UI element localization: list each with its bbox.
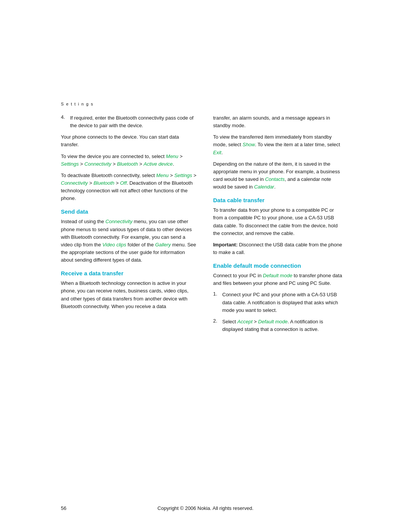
right-para2-exit: Exit (213, 150, 221, 155)
right-para3-calendar: Calendar (254, 184, 274, 190)
send-data-para: Instead of using the Connectivity menu, … (61, 218, 198, 264)
right-para2: To view the transferred item immediately… (213, 133, 342, 156)
para3-mid3: > (88, 180, 94, 186)
enable-item2-text: Select Accept > Default mode. A notifica… (222, 318, 342, 333)
para3-before: To deactivate Bluetooth connectivity, se… (61, 173, 156, 178)
copyright-text: Copyright © 2006 Nokia. All rights reser… (158, 505, 253, 511)
section-label: S e t t i n g s (61, 101, 350, 107)
enable-defaultmode: Default mode (263, 273, 292, 278)
para2-connectivity: Connectivity (84, 161, 112, 167)
send-videoclips: Video clips (102, 242, 126, 248)
item-4-num: 4. (61, 114, 68, 129)
content-area: S e t t i n g s 4. If required, enter th… (0, 0, 411, 337)
item-4-text: If required, enter the Bluetooth connect… (70, 114, 198, 129)
right-para3: Depending on the nature of the item, it … (213, 160, 342, 191)
data-cable-heading: Data cable transfer (213, 197, 342, 203)
left-column: 4. If required, enter the Bluetooth conn… (61, 114, 198, 337)
para3-bluetooth: Bluetooth (94, 180, 115, 186)
data-cable-important: Important: Disconnect the USB data cable… (213, 241, 342, 256)
para3-mid2: > (192, 173, 196, 178)
item2-defaultmode: Default mode (258, 319, 287, 324)
receive-para: When a Bluetooth technology connection i… (61, 280, 198, 310)
item2-accept: Accept (237, 319, 253, 324)
enable-item1-num: 1. (213, 291, 220, 314)
send-before: Instead of using the (61, 219, 105, 224)
enable-item-1: 1. Connect your PC and your phone with a… (213, 291, 342, 314)
send-connectivity: Connectivity (105, 219, 132, 224)
send-mid: folder of the (126, 242, 155, 248)
right-para2-end: . (221, 150, 223, 155)
two-column-layout: 4. If required, enter the Bluetooth conn… (61, 114, 350, 337)
right-para3-contacts: Contacts (265, 176, 285, 182)
right-para2-show: Show (242, 142, 255, 147)
para3-mid1: > (169, 173, 174, 178)
right-column: transfer, an alarm sounds, and a message… (213, 114, 342, 337)
para3-menu: Menu (156, 173, 169, 178)
page-number: 56 (61, 505, 66, 511)
item-4: 4. If required, enter the Bluetooth conn… (61, 114, 198, 129)
send-gallery: Gallery (155, 242, 171, 248)
para2-mid3: > (112, 161, 117, 167)
para3-settings: Settings (174, 173, 192, 178)
receive-heading: Receive a data transfer (61, 270, 198, 276)
item2-before: Select (222, 319, 237, 324)
footer: 56 Copyright © 2006 Nokia. All rights re… (0, 505, 411, 511)
enable-item1-text: Connect your PC and your phone with a CA… (222, 291, 342, 314)
para3-off: Off (120, 180, 126, 186)
item2-mid: > (253, 319, 258, 324)
enable-item-2: 2. Select Accept > Default mode. A notif… (213, 318, 342, 333)
para2-dot: . (173, 161, 174, 167)
para2-bluetooth: Bluetooth (117, 161, 138, 167)
page: S e t t i n g s 4. If required, enter th… (0, 0, 411, 532)
right-para2-mid: . To view the item at a later time, sele… (255, 142, 340, 147)
para-view-device: To view the device you are connected to,… (61, 153, 198, 168)
para-deactivate: To deactivate Bluetooth connectivity, se… (61, 172, 198, 203)
para-connects: Your phone connects to the device. You c… (61, 133, 198, 149)
para2-active: Active device (143, 161, 173, 167)
main-content: S e t t i n g s 4. If required, enter th… (61, 101, 350, 337)
right-para1: transfer, an alarm sounds, and a message… (213, 114, 342, 129)
para2-menu: Menu (166, 153, 178, 159)
para2-settings: Settings (61, 161, 79, 167)
para2-mid1: > (178, 153, 183, 159)
enable-item2-num: 2. (213, 318, 220, 333)
para3-connectivity: Connectivity (61, 180, 88, 186)
para2-mid4: > (138, 161, 143, 167)
para2-mid2: > (79, 161, 84, 167)
enable-para1: Connect to your PC in Default mode to tr… (213, 272, 342, 287)
data-cable-important-label: Important: (213, 242, 237, 248)
send-data-heading: Send data (61, 208, 198, 215)
right-para3-end: . (274, 184, 276, 190)
para3-mid4: > (115, 180, 120, 186)
para2-before: To view the device you are connected to,… (61, 153, 166, 159)
enable-heading: Enable default mode connection (213, 262, 342, 269)
data-cable-para: To transfer data from your phone to a co… (213, 206, 342, 237)
enable-before: Connect to your PC in (213, 273, 263, 278)
